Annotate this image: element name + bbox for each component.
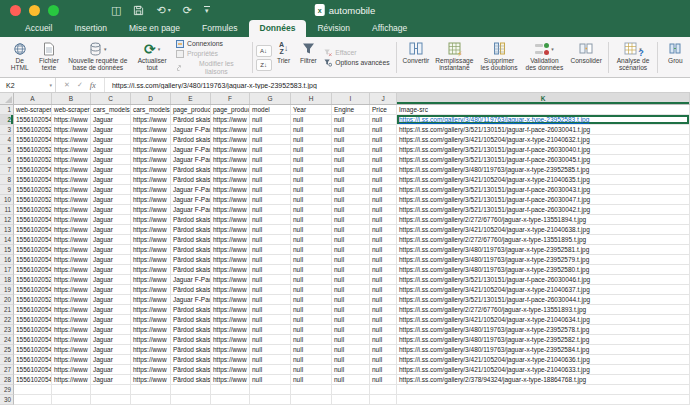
cell-A14[interactable]: 1556102054- bbox=[14, 235, 52, 245]
cell-K17[interactable]: https://i.ss.com/gallery/3/480/119763/ja… bbox=[397, 265, 690, 275]
row-header-2[interactable]: 2 bbox=[0, 115, 14, 125]
cell-F13[interactable]: https://www bbox=[211, 225, 250, 235]
cell-F26[interactable]: https://www bbox=[211, 355, 250, 365]
cell-A19[interactable]: 1556102054- bbox=[14, 285, 52, 295]
cell-I20[interactable]: null bbox=[332, 295, 370, 305]
cell-J3[interactable]: null bbox=[370, 125, 397, 135]
cell-G22[interactable]: null bbox=[250, 315, 291, 325]
save-icon[interactable] bbox=[133, 5, 144, 16]
cell-B2[interactable]: https://www bbox=[52, 115, 91, 125]
filter-button[interactable]: Filtrer bbox=[297, 39, 321, 76]
cell-K13[interactable]: https://i.ss.com/gallery/3/421/105204/ja… bbox=[397, 225, 690, 235]
cell-F4[interactable]: https://www bbox=[211, 135, 250, 145]
cell-D1[interactable]: cars_models bbox=[131, 105, 171, 115]
cell-E26[interactable]: Pārdod skais bbox=[171, 355, 211, 365]
cell-H22[interactable]: null bbox=[291, 315, 332, 325]
cell-K18[interactable]: https://i.ss.com/gallery/3/521/130151/ja… bbox=[397, 275, 690, 285]
cell-D10[interactable]: https://www bbox=[131, 195, 171, 205]
cell-J7[interactable]: null bbox=[370, 165, 397, 175]
cell-B17[interactable]: https://www bbox=[52, 265, 91, 275]
cell-E13[interactable]: Pārdod skais bbox=[171, 225, 211, 235]
cell-C3[interactable]: Jaguar bbox=[91, 125, 131, 135]
cell-E8[interactable]: Pārdod skais bbox=[171, 175, 211, 185]
cell-G11[interactable]: null bbox=[250, 205, 291, 215]
cell-I27[interactable]: null bbox=[332, 365, 370, 375]
select-all-corner[interactable] bbox=[0, 93, 14, 104]
cell-J23[interactable]: null bbox=[370, 325, 397, 335]
cell-A20[interactable]: 1556102052- bbox=[14, 295, 52, 305]
cell-H4[interactable]: null bbox=[291, 135, 332, 145]
cell-D13[interactable]: https://www bbox=[131, 225, 171, 235]
cell-B21[interactable]: https://www bbox=[52, 305, 91, 315]
column-header-C[interactable]: C bbox=[91, 93, 131, 104]
cell-I10[interactable]: null bbox=[332, 195, 370, 205]
cell-C2[interactable]: Jaguar bbox=[91, 115, 131, 125]
cell-E24[interactable]: Pārdod skais bbox=[171, 335, 211, 345]
cell-C8[interactable]: Jaguar bbox=[91, 175, 131, 185]
cell-C7[interactable]: Jaguar bbox=[91, 165, 131, 175]
cell-J28[interactable]: null bbox=[370, 375, 397, 385]
cell-H26[interactable]: null bbox=[291, 355, 332, 365]
column-header-F[interactable]: F bbox=[211, 93, 250, 104]
cell-C25[interactable]: Jaguar bbox=[91, 345, 131, 355]
cell-H18[interactable]: null bbox=[291, 275, 332, 285]
cell-F5[interactable]: https://www bbox=[211, 145, 250, 155]
row-header-30[interactable]: 30 bbox=[0, 395, 14, 405]
cell-E9[interactable]: Jaguar F-Pac bbox=[171, 185, 211, 195]
cell-J17[interactable]: null bbox=[370, 265, 397, 275]
cell-K15[interactable]: https://i.ss.com/gallery/3/480/119763/ja… bbox=[397, 245, 690, 255]
cell-E18[interactable]: Jaguar F-Pac bbox=[171, 275, 211, 285]
cell-J19[interactable]: null bbox=[370, 285, 397, 295]
cell-I22[interactable]: null bbox=[332, 315, 370, 325]
cell-H28[interactable]: null bbox=[291, 375, 332, 385]
cell-H27[interactable]: null bbox=[291, 365, 332, 375]
cell-J5[interactable]: null bbox=[370, 145, 397, 155]
cell-I5[interactable]: null bbox=[332, 145, 370, 155]
cell-C19[interactable]: Jaguar bbox=[91, 285, 131, 295]
tab-accueil[interactable]: Accueil bbox=[14, 20, 63, 37]
cell-A24[interactable]: 1556102054- bbox=[14, 335, 52, 345]
cell-H6[interactable]: null bbox=[291, 155, 332, 165]
cell-F3[interactable]: https://www bbox=[211, 125, 250, 135]
cell-A17[interactable]: 1556102054- bbox=[14, 265, 52, 275]
close-button[interactable] bbox=[10, 5, 21, 16]
cell-H29[interactable] bbox=[291, 385, 332, 395]
cell-C22[interactable]: Jaguar bbox=[91, 315, 131, 325]
what-if-analysis-button[interactable]: ? ▾ Analyse de scénarios bbox=[613, 39, 653, 76]
cell-D16[interactable]: https://www bbox=[131, 255, 171, 265]
cell-K24[interactable]: https://i.ss.com/gallery/3/480/119763/ja… bbox=[397, 335, 690, 345]
data-validation-caret-icon[interactable]: ▾ bbox=[551, 46, 554, 52]
cell-F30[interactable] bbox=[211, 395, 250, 405]
cell-H16[interactable]: null bbox=[291, 255, 332, 265]
cell-K4[interactable]: https://i.ss.com/gallery/3/421/105204/ja… bbox=[397, 135, 690, 145]
row-header-4[interactable]: 4 bbox=[0, 135, 14, 145]
cell-A3[interactable]: 1556102052- bbox=[14, 125, 52, 135]
cell-F17[interactable]: https://www bbox=[211, 265, 250, 275]
cell-G21[interactable]: null bbox=[250, 305, 291, 315]
row-header-12[interactable]: 12 bbox=[0, 215, 14, 225]
cell-K26[interactable]: https://i.ss.com/gallery/3/421/105204/ja… bbox=[397, 355, 690, 365]
cell-G3[interactable]: null bbox=[250, 125, 291, 135]
cell-D11[interactable]: https://www bbox=[131, 205, 171, 215]
cell-F11[interactable]: https://www bbox=[211, 205, 250, 215]
cell-G7[interactable]: null bbox=[250, 165, 291, 175]
tab-formules[interactable]: Formules bbox=[191, 20, 248, 37]
cell-A7[interactable]: 1556102054- bbox=[14, 165, 52, 175]
name-box[interactable]: K2 ▾ bbox=[0, 78, 56, 92]
cell-J2[interactable]: null bbox=[370, 115, 397, 125]
cell-G14[interactable]: null bbox=[250, 235, 291, 245]
cell-F6[interactable]: https://www bbox=[211, 155, 250, 165]
cell-H9[interactable]: null bbox=[291, 185, 332, 195]
cell-J22[interactable]: null bbox=[370, 315, 397, 325]
cell-J11[interactable]: null bbox=[370, 205, 397, 215]
cell-E30[interactable] bbox=[171, 395, 211, 405]
cell-H7[interactable]: null bbox=[291, 165, 332, 175]
cell-J26[interactable]: null bbox=[370, 355, 397, 365]
row-header-7[interactable]: 7 bbox=[0, 165, 14, 175]
row-header-20[interactable]: 20 bbox=[0, 295, 14, 305]
cell-F22[interactable]: https://www bbox=[211, 315, 250, 325]
cell-G8[interactable]: null bbox=[250, 175, 291, 185]
cell-I4[interactable]: null bbox=[332, 135, 370, 145]
cell-I24[interactable]: null bbox=[332, 335, 370, 345]
cell-D4[interactable]: https://www bbox=[131, 135, 171, 145]
